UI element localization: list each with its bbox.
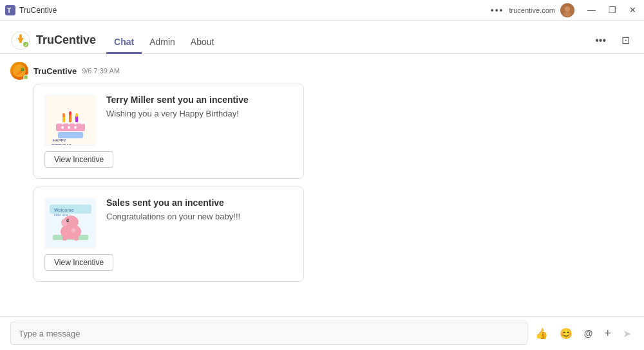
expand-button[interactable]: ⊡ [618,32,634,49]
app-title: TruCentive [36,33,96,47]
svg-point-22 [68,126,70,129]
view-incentive-button-2[interactable]: View Incentive [44,254,113,271]
input-bar: 👍 😊 @ + ➤ [0,316,644,350]
svg-text:T: T [7,7,11,14]
like-icon[interactable]: 👍 [533,325,551,342]
incentive-title-1: Terry Miller sent you an incentive [106,95,293,105]
header-actions: ••• ⊡ [591,32,634,49]
app-container: ✓ TruCentive Chat Admin About ••• ⊡ 🥕 [0,21,644,350]
svg-rect-13 [56,124,85,131]
tab-about[interactable]: About [183,32,222,54]
svg-rect-35 [74,235,79,241]
incentive-message-2: Congratulations on your new baby!!! [106,212,293,221]
svg-text:HAPPY: HAPPY [53,138,66,142]
svg-point-23 [74,126,77,129]
trucentive-logo-icon: ✓ [10,30,31,51]
app-header: ✓ TruCentive Chat Admin About ••• ⊡ [0,21,644,54]
svg-point-19 [69,111,71,115]
message-timestamp: 9/6 7:39 AM [82,67,120,75]
titlebar: T TruCentive ••• trucentive.com — ❐ ✕ [0,0,644,21]
restore-button[interactable]: ❐ [606,4,619,16]
app-logo-area: ✓ TruCentive [10,30,96,51]
svg-text:little one: little one [54,213,69,217]
svg-point-32 [67,219,68,221]
incentive-image-birthday: HAPPY BIRTHDAY [44,95,96,146]
emoji-icon[interactable]: 😊 [557,325,575,342]
incentive-card-birthday: HAPPY BIRTHDAY Terry Miller sent you an … [33,84,304,179]
app-logo-icon: T [5,5,15,15]
close-button[interactable]: ✕ [627,4,639,16]
minimize-button[interactable]: — [585,4,598,16]
chat-area: 🥕 TruCentive 9/6 7:39 AM [0,54,644,316]
incentive-text-2: Sales sent you an incentive Congratulati… [106,198,293,221]
titlebar-dots[interactable]: ••• [491,5,504,15]
sender-avatar: 🥕 [10,62,28,80]
svg-rect-34 [62,235,67,241]
svg-text:Welcome: Welcome [54,208,74,212]
incentive-card-baby: Welcome little one Sales sent you an inc… [33,187,304,282]
online-indicator [23,75,28,80]
titlebar-url: trucentive.com [509,6,555,14]
incentive-text-1: Terry Miller sent you an incentive Wishi… [106,95,293,118]
message-input[interactable] [10,322,527,345]
svg-text:BIRTHDAY: BIRTHDAY [52,143,71,145]
send-button[interactable]: ➤ [620,325,634,342]
view-incentive-button-1[interactable]: View Incentive [44,151,113,168]
titlebar-app-name: TruCentive [19,6,57,15]
more-options-button[interactable]: ••• [591,32,610,49]
tab-admin[interactable]: Admin [142,32,183,54]
message-sender-row: 🥕 TruCentive 9/6 7:39 AM [10,62,634,80]
titlebar-controls: — ❐ ✕ [585,4,639,16]
titlebar-avatar[interactable] [560,3,574,17]
svg-point-4 [564,12,571,17]
titlebar-right: ••• trucentive.com — ❐ ✕ [491,3,639,17]
add-icon[interactable]: + [601,324,614,343]
sender-name: TruCentive [33,66,77,76]
incentive-image-baby: Welcome little one [44,198,96,249]
svg-point-20 [75,113,78,117]
nav-tabs: Chat Admin About [106,27,222,53]
svg-point-18 [62,113,65,117]
incentive-card-content-2: Welcome little one Sales sent you an inc… [44,198,293,249]
svg-rect-14 [58,132,83,138]
svg-point-21 [61,126,64,129]
incentive-title-2: Sales sent you an incentive [106,198,293,208]
incentive-card-content-1: HAPPY BIRTHDAY Terry Miller sent you an … [44,95,293,146]
titlebar-left: T TruCentive [5,5,57,15]
incentive-message-1: Wishing you a very Happy Birthday! [106,109,293,118]
mention-icon[interactable]: @ [582,326,596,341]
svg-text:✓: ✓ [24,43,28,47]
input-actions: 👍 😊 @ + ➤ [533,324,634,343]
svg-point-33 [71,228,75,232]
tab-chat[interactable]: Chat [106,32,142,54]
svg-point-3 [565,6,570,12]
